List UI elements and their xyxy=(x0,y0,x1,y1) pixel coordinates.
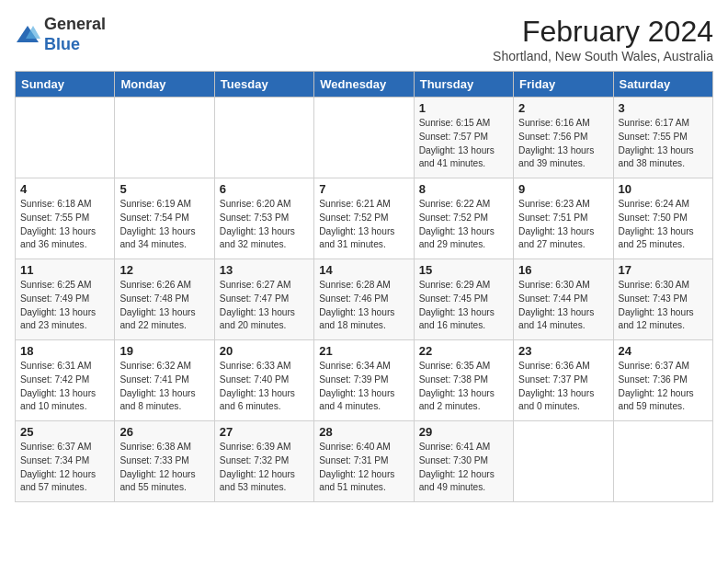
day-info: Sunrise: 6:33 AMSunset: 7:40 PMDaylight:… xyxy=(220,360,309,414)
day-info: Sunrise: 6:22 AMSunset: 7:52 PMDaylight:… xyxy=(419,198,508,252)
day-info: Sunrise: 6:30 AMSunset: 7:44 PMDaylight:… xyxy=(518,279,608,333)
day-info: Sunrise: 6:25 AMSunset: 7:49 PMDaylight:… xyxy=(20,279,109,333)
day-number: 5 xyxy=(119,182,209,196)
day-number: 18 xyxy=(20,344,109,358)
day-of-week-header: Sunday xyxy=(16,72,115,98)
calendar-cell: 14Sunrise: 6:28 AMSunset: 7:46 PMDayligh… xyxy=(314,259,414,340)
day-number: 12 xyxy=(119,263,209,277)
day-info: Sunrise: 6:37 AMSunset: 7:36 PMDaylight:… xyxy=(619,360,708,414)
day-info: Sunrise: 6:28 AMSunset: 7:46 PMDaylight:… xyxy=(319,279,408,333)
day-info: Sunrise: 6:24 AMSunset: 7:50 PMDaylight:… xyxy=(619,198,708,252)
calendar-cell: 20Sunrise: 6:33 AMSunset: 7:40 PMDayligh… xyxy=(214,340,313,421)
day-info: Sunrise: 6:27 AMSunset: 7:47 PMDaylight:… xyxy=(220,279,309,333)
day-of-week-header: Wednesday xyxy=(314,72,414,98)
calendar-cell xyxy=(514,421,613,502)
calendar-cell xyxy=(16,98,115,178)
day-number: 13 xyxy=(220,263,309,277)
logo-icon xyxy=(15,22,40,48)
calendar-table: SundayMondayTuesdayWednesdayThursdayFrid… xyxy=(15,71,713,502)
day-info: Sunrise: 6:30 AMSunset: 7:43 PMDaylight:… xyxy=(619,279,708,333)
day-info: Sunrise: 6:29 AMSunset: 7:45 PMDaylight:… xyxy=(419,279,508,333)
day-info: Sunrise: 6:17 AMSunset: 7:55 PMDaylight:… xyxy=(619,117,708,171)
calendar-cell: 17Sunrise: 6:30 AMSunset: 7:43 PMDayligh… xyxy=(613,259,712,340)
calendar-cell: 7Sunrise: 6:21 AMSunset: 7:52 PMDaylight… xyxy=(314,178,414,259)
day-number: 4 xyxy=(20,182,109,196)
day-number: 28 xyxy=(319,425,408,439)
calendar-header-row: SundayMondayTuesdayWednesdayThursdayFrid… xyxy=(16,72,713,98)
day-number: 17 xyxy=(619,263,708,277)
calendar-cell: 3Sunrise: 6:17 AMSunset: 7:55 PMDaylight… xyxy=(613,98,712,178)
day-number: 10 xyxy=(619,182,708,196)
calendar-cell: 11Sunrise: 6:25 AMSunset: 7:49 PMDayligh… xyxy=(16,259,115,340)
calendar-week-row: 25Sunrise: 6:37 AMSunset: 7:34 PMDayligh… xyxy=(16,421,713,502)
day-number: 16 xyxy=(518,263,608,277)
calendar-cell: 21Sunrise: 6:34 AMSunset: 7:39 PMDayligh… xyxy=(314,340,414,421)
calendar-cell xyxy=(115,98,214,178)
day-info: Sunrise: 6:35 AMSunset: 7:38 PMDaylight:… xyxy=(419,360,508,414)
day-info: Sunrise: 6:40 AMSunset: 7:31 PMDaylight:… xyxy=(319,441,408,495)
calendar-cell: 15Sunrise: 6:29 AMSunset: 7:45 PMDayligh… xyxy=(414,259,513,340)
calendar-cell: 5Sunrise: 6:19 AMSunset: 7:54 PMDaylight… xyxy=(115,178,214,259)
title-area: February 2024 Shortland, New South Wales… xyxy=(493,15,713,63)
calendar-week-row: 4Sunrise: 6:18 AMSunset: 7:55 PMDaylight… xyxy=(16,178,713,259)
day-of-week-header: Saturday xyxy=(613,72,712,98)
calendar-cell: 25Sunrise: 6:37 AMSunset: 7:34 PMDayligh… xyxy=(16,421,115,502)
calendar-cell: 1Sunrise: 6:15 AMSunset: 7:57 PMDaylight… xyxy=(414,98,513,178)
logo-blue-text: Blue xyxy=(44,35,80,53)
day-number: 29 xyxy=(419,425,508,439)
day-number: 22 xyxy=(419,344,508,358)
day-number: 25 xyxy=(20,425,109,439)
day-number: 8 xyxy=(419,182,508,196)
day-info: Sunrise: 6:34 AMSunset: 7:39 PMDaylight:… xyxy=(319,360,408,414)
calendar-week-row: 18Sunrise: 6:31 AMSunset: 7:42 PMDayligh… xyxy=(16,340,713,421)
day-number: 11 xyxy=(20,263,109,277)
logo: General Blue xyxy=(15,15,106,54)
calendar-cell: 13Sunrise: 6:27 AMSunset: 7:47 PMDayligh… xyxy=(214,259,313,340)
day-info: Sunrise: 6:23 AMSunset: 7:51 PMDaylight:… xyxy=(518,198,608,252)
day-of-week-header: Tuesday xyxy=(214,72,313,98)
day-info: Sunrise: 6:31 AMSunset: 7:42 PMDaylight:… xyxy=(20,360,109,414)
day-number: 27 xyxy=(220,425,309,439)
calendar-cell xyxy=(314,98,414,178)
calendar-cell: 4Sunrise: 6:18 AMSunset: 7:55 PMDaylight… xyxy=(16,178,115,259)
day-number: 15 xyxy=(419,263,508,277)
day-number: 2 xyxy=(518,101,608,115)
day-number: 6 xyxy=(220,182,309,196)
calendar-week-row: 11Sunrise: 6:25 AMSunset: 7:49 PMDayligh… xyxy=(16,259,713,340)
calendar-cell: 23Sunrise: 6:36 AMSunset: 7:37 PMDayligh… xyxy=(514,340,613,421)
day-info: Sunrise: 6:18 AMSunset: 7:55 PMDaylight:… xyxy=(20,198,109,252)
month-year: February 2024 xyxy=(493,15,713,49)
calendar-cell: 12Sunrise: 6:26 AMSunset: 7:48 PMDayligh… xyxy=(115,259,214,340)
day-number: 1 xyxy=(419,101,508,115)
day-info: Sunrise: 6:39 AMSunset: 7:32 PMDaylight:… xyxy=(220,441,309,495)
day-of-week-header: Monday xyxy=(115,72,214,98)
day-info: Sunrise: 6:37 AMSunset: 7:34 PMDaylight:… xyxy=(20,441,109,495)
day-info: Sunrise: 6:19 AMSunset: 7:54 PMDaylight:… xyxy=(119,198,209,252)
day-info: Sunrise: 6:38 AMSunset: 7:33 PMDaylight:… xyxy=(119,441,209,495)
calendar-cell: 29Sunrise: 6:41 AMSunset: 7:30 PMDayligh… xyxy=(414,421,513,502)
calendar-cell: 6Sunrise: 6:20 AMSunset: 7:53 PMDaylight… xyxy=(214,178,313,259)
day-info: Sunrise: 6:36 AMSunset: 7:37 PMDaylight:… xyxy=(518,360,608,414)
location: Shortland, New South Wales, Australia xyxy=(493,49,713,63)
calendar-cell: 18Sunrise: 6:31 AMSunset: 7:42 PMDayligh… xyxy=(16,340,115,421)
calendar-cell: 22Sunrise: 6:35 AMSunset: 7:38 PMDayligh… xyxy=(414,340,513,421)
day-number: 24 xyxy=(619,344,708,358)
day-number: 3 xyxy=(619,101,708,115)
day-info: Sunrise: 6:15 AMSunset: 7:57 PMDaylight:… xyxy=(419,117,508,171)
day-of-week-header: Friday xyxy=(514,72,613,98)
logo-general-text: General xyxy=(44,15,106,33)
day-number: 9 xyxy=(518,182,608,196)
calendar-cell: 2Sunrise: 6:16 AMSunset: 7:56 PMDaylight… xyxy=(514,98,613,178)
day-number: 14 xyxy=(319,263,408,277)
day-info: Sunrise: 6:16 AMSunset: 7:56 PMDaylight:… xyxy=(518,117,608,171)
day-number: 21 xyxy=(319,344,408,358)
day-info: Sunrise: 6:21 AMSunset: 7:52 PMDaylight:… xyxy=(319,198,408,252)
calendar-cell: 9Sunrise: 6:23 AMSunset: 7:51 PMDaylight… xyxy=(514,178,613,259)
calendar-cell xyxy=(214,98,313,178)
calendar-cell: 28Sunrise: 6:40 AMSunset: 7:31 PMDayligh… xyxy=(314,421,414,502)
day-info: Sunrise: 6:32 AMSunset: 7:41 PMDaylight:… xyxy=(119,360,209,414)
calendar-cell: 26Sunrise: 6:38 AMSunset: 7:33 PMDayligh… xyxy=(115,421,214,502)
calendar-body: 1Sunrise: 6:15 AMSunset: 7:57 PMDaylight… xyxy=(16,98,713,502)
header: General Blue February 2024 Shortland, Ne… xyxy=(15,15,713,63)
day-info: Sunrise: 6:26 AMSunset: 7:48 PMDaylight:… xyxy=(119,279,209,333)
